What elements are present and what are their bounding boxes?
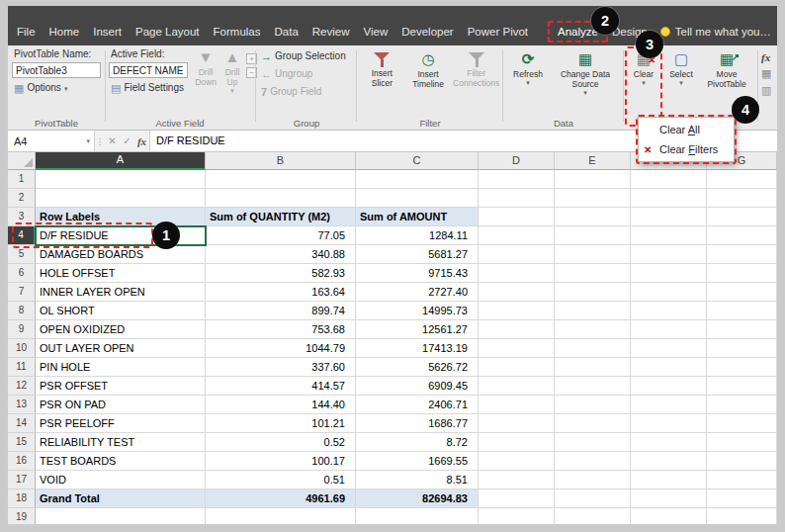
cell-f16[interactable]: [631, 452, 707, 471]
name-box-dropdown-icon[interactable]: ▾: [86, 137, 90, 145]
field-settings-button[interactable]: ▤ Field Settings: [109, 80, 188, 96]
cell-g9[interactable]: [707, 320, 777, 339]
cell-d6[interactable]: [479, 264, 555, 283]
cell-d15[interactable]: [479, 433, 555, 452]
cell-f4[interactable]: [631, 226, 707, 245]
cell-d9[interactable]: [479, 320, 555, 339]
cell-a19[interactable]: [36, 508, 206, 524]
cell-a3[interactable]: Row Labels: [36, 208, 206, 226]
cell-e6[interactable]: [555, 264, 631, 283]
cell-b1[interactable]: [206, 170, 356, 189]
cell-e19[interactable]: [555, 508, 631, 524]
cell-a12[interactable]: PSR OFFSET: [36, 377, 206, 396]
insert-function-button[interactable]: fx: [134, 131, 149, 151]
cell-g12[interactable]: [707, 377, 777, 396]
cell-a2[interactable]: [36, 189, 206, 208]
row-header-18[interactable]: 18: [8, 489, 36, 508]
row-header-15[interactable]: 15: [8, 433, 36, 452]
cell-b5[interactable]: 340.88: [206, 245, 356, 264]
cell-c4[interactable]: 1284.11: [356, 226, 479, 245]
cell-g6[interactable]: [707, 264, 777, 283]
row-header-16[interactable]: 16: [8, 452, 36, 471]
cell-f9[interactable]: [631, 320, 707, 339]
options-button[interactable]: ▦ Options ▾: [12, 80, 101, 96]
cell-g1[interactable]: [707, 170, 777, 189]
cell-e9[interactable]: [555, 320, 631, 339]
row-header-6[interactable]: 6: [8, 264, 36, 283]
row-header-1[interactable]: 1: [8, 170, 36, 189]
cell-b6[interactable]: 582.93: [206, 264, 356, 283]
cell-a13[interactable]: PSR ON PAD: [36, 396, 206, 414]
cell-a11[interactable]: PIN HOLE: [36, 358, 206, 377]
row-header-13[interactable]: 13: [8, 396, 36, 414]
cell-a17[interactable]: VOID: [36, 471, 206, 489]
row-header-9[interactable]: 9: [8, 320, 36, 339]
cell-c18[interactable]: 82694.83: [356, 489, 479, 508]
pivottable-name-input[interactable]: PivotTable3: [12, 62, 101, 78]
tab-review[interactable]: Review: [305, 20, 357, 45]
cell-f3[interactable]: [631, 208, 707, 226]
menu-item-clear-all[interactable]: Clear All: [639, 120, 734, 139]
cell-g3[interactable]: [707, 208, 777, 226]
cell-g10[interactable]: [707, 339, 777, 358]
cell-e8[interactable]: [555, 302, 631, 320]
cell-f5[interactable]: [631, 245, 707, 264]
cell-b13[interactable]: 144.40: [206, 396, 356, 414]
column-header-c[interactable]: C: [356, 152, 479, 170]
cell-c10[interactable]: 17413.19: [356, 339, 479, 358]
cell-b4[interactable]: 77.05: [206, 226, 356, 245]
cell-c8[interactable]: 14995.73: [356, 302, 479, 320]
cell-g13[interactable]: [707, 396, 777, 414]
ungroup-button[interactable]: ← Ungroup: [259, 66, 354, 82]
tab-formulas[interactable]: Formulas: [207, 20, 268, 45]
cell-a15[interactable]: RELIABILITY TEST: [36, 433, 206, 452]
cell-f17[interactable]: [631, 471, 707, 489]
cell-f2[interactable]: [631, 189, 707, 208]
column-header-a[interactable]: A: [36, 152, 206, 170]
cell-c9[interactable]: 12561.27: [356, 320, 479, 339]
cell-c5[interactable]: 5681.27: [356, 245, 479, 264]
cell-d19[interactable]: [479, 508, 555, 524]
cell-b14[interactable]: 101.21: [206, 414, 356, 433]
active-field-input[interactable]: DEFECT NAME: [109, 62, 188, 78]
row-header-11[interactable]: 11: [8, 358, 36, 377]
cell-f18[interactable]: [631, 489, 707, 508]
cell-g19[interactable]: [707, 508, 777, 524]
cell-f10[interactable]: [631, 339, 707, 358]
cell-d7[interactable]: [479, 283, 555, 302]
cell-g11[interactable]: [707, 358, 777, 377]
cell-d8[interactable]: [479, 302, 555, 320]
cell-d10[interactable]: [479, 339, 555, 358]
tab-data[interactable]: Data: [268, 20, 305, 45]
cell-d4[interactable]: [479, 226, 555, 245]
cell-g4[interactable]: [707, 226, 777, 245]
cell-a6[interactable]: HOLE OFFSET: [36, 264, 206, 283]
cell-b2[interactable]: [206, 189, 356, 208]
cell-b7[interactable]: 163.64: [206, 283, 356, 302]
cell-d13[interactable]: [479, 396, 555, 414]
cell-e4[interactable]: [555, 226, 631, 245]
tab-view[interactable]: View: [357, 20, 395, 45]
column-header-b[interactable]: B: [206, 152, 356, 170]
cell-e14[interactable]: [555, 414, 631, 433]
enter-button[interactable]: ✓: [120, 131, 134, 151]
row-header-12[interactable]: 12: [8, 377, 36, 396]
cell-c11[interactable]: 5626.72: [356, 358, 479, 377]
cell-d1[interactable]: [479, 170, 555, 189]
cell-g8[interactable]: [707, 302, 777, 320]
cell-a10[interactable]: OUT LAYER OPEN: [36, 339, 206, 358]
column-header-e[interactable]: E: [555, 152, 631, 170]
cell-e18[interactable]: [555, 489, 631, 508]
cell-b19[interactable]: [206, 508, 356, 524]
cell-g5[interactable]: [707, 245, 777, 264]
cell-c2[interactable]: [356, 189, 479, 208]
cell-b10[interactable]: 1044.79: [206, 339, 356, 358]
cell-e13[interactable]: [555, 396, 631, 414]
row-header-4[interactable]: 4: [8, 226, 36, 245]
cell-e17[interactable]: [555, 471, 631, 489]
tab-analyze[interactable]: Analyze2: [551, 20, 605, 45]
cell-b8[interactable]: 899.74: [206, 302, 356, 320]
cell-e7[interactable]: [555, 283, 631, 302]
cell-e11[interactable]: [555, 358, 631, 377]
tab-insert[interactable]: Insert: [86, 20, 129, 45]
